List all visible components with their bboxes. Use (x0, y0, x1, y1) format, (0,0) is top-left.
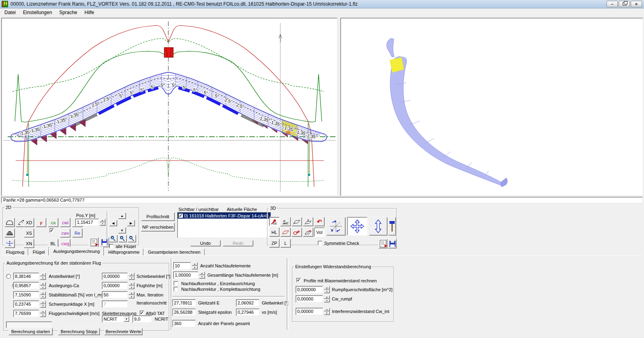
spinner-up-icon[interactable]: ▲ (128, 291, 135, 295)
cw-int-input[interactable] (296, 308, 323, 315)
panel-move-button[interactable] (303, 217, 313, 226)
dropdown-icon[interactable]: ▼ (124, 316, 129, 322)
pan-up-button[interactable]: ▲ (118, 213, 126, 219)
re-button[interactable]: Re (72, 228, 83, 238)
anstellwinkel-spinner[interactable]: ▲▼ (40, 273, 46, 280)
hl-button[interactable]: HL (269, 227, 280, 237)
schiebewinkel-input[interactable] (102, 273, 128, 280)
ncrit-combobox[interactable]: NCRIT ▼ (102, 315, 131, 323)
flughoehe-input[interactable] (102, 282, 128, 289)
spinner-down-icon[interactable]: ▼ (324, 311, 330, 315)
spinner-up-icon[interactable]: ▲ (40, 300, 46, 304)
tab-flugzeug[interactable]: Flugzeug (2, 248, 28, 256)
spinner-down-icon[interactable]: ▼ (40, 295, 46, 298)
spinner-up-icon[interactable]: ▲ (324, 286, 330, 290)
berechnete-werte-button[interactable]: Berechnete Werte (104, 328, 143, 335)
rumpfquerschnitt-input[interactable] (296, 286, 323, 293)
gesamtlaenge-input[interactable] (173, 271, 198, 279)
stabilitaetsmass-input[interactable] (13, 291, 39, 298)
max-iteration-spinner[interactable]: ▲▼ (128, 291, 135, 298)
menu-datei[interactable]: Datei (1, 9, 19, 16)
xs-button[interactable]: XS (24, 228, 34, 238)
spinner-down-icon[interactable]: ▼ (324, 290, 330, 293)
minimize-button[interactable]: – (607, 1, 618, 7)
restore-button[interactable] (619, 1, 630, 7)
spinner-up-icon[interactable]: ▲ (40, 273, 46, 276)
panels-gesamt-input[interactable] (172, 320, 196, 327)
anstellwinkel-input[interactable] (13, 273, 39, 280)
spinner-down-icon[interactable]: ▼ (40, 313, 46, 317)
flughoehe-spinner[interactable]: ▲▼ (128, 282, 135, 289)
schiebewinkel-spinner[interactable]: ▲▼ (128, 273, 135, 280)
pan-left-button[interactable]: ◀ (109, 220, 117, 226)
cw-int-spinner[interactable]: ▲▼ (324, 308, 330, 315)
spinner-up-icon[interactable]: ▲ (128, 273, 135, 276)
scale-z-button[interactable] (369, 217, 387, 236)
zoom-in-button[interactable]: + (109, 235, 118, 242)
ca-checkbox[interactable]: ✓ (50, 228, 54, 233)
spinner-up-icon[interactable]: ▲ (192, 262, 198, 266)
stabilitaetsmass-spinner[interactable]: ▲▼ (40, 291, 46, 298)
spinner-down-icon[interactable]: ▼ (99, 222, 106, 226)
copy-3d-button[interactable]: ➤ (379, 239, 387, 248)
alfa0-tat-checkbox[interactable]: ✓ (140, 311, 144, 315)
symmetrie-check-checkbox[interactable] (318, 241, 322, 245)
gesamtlaenge-spinner[interactable]: ▲▼ (199, 271, 205, 279)
fluggeschwindigkeit-input[interactable] (13, 310, 39, 317)
spinner-up-icon[interactable]: ▲ (40, 291, 46, 295)
spinner-down-icon[interactable]: ▼ (192, 266, 198, 269)
menu-hilfe[interactable]: Hilfe (81, 9, 98, 16)
rumpfquerschnitt-spinner[interactable]: ▲▼ (324, 286, 330, 293)
blasenwiderstand-checkbox[interactable]: ✓ (296, 278, 301, 282)
save-3d-button[interactable] (388, 239, 397, 248)
spinner-down-icon[interactable]: ▼ (199, 275, 205, 279)
berechnung-stopp-button[interactable]: Berechnung Stopp (58, 328, 100, 335)
surface-list-item[interactable]: ✓ 0) 161018 Halbhorten F3F-Dispar 14-cA=… (178, 213, 271, 219)
gleitzahl-input[interactable] (172, 299, 196, 307)
tab-gesamtpolaren[interactable]: Gesamtpolaren berechnen (144, 248, 204, 256)
gleitwinkel-input[interactable] (236, 299, 259, 307)
undo-3d-button[interactable]: ↶ (314, 217, 325, 226)
undo-button[interactable]: Undo (190, 240, 221, 246)
spinner-up-icon[interactable]: ▲ (324, 308, 330, 311)
cwi-button[interactable]: cwi (60, 218, 70, 227)
nachlauf-einzel-checkbox[interactable] (174, 281, 178, 286)
anzahl-nachlauf-spinner[interactable]: ▲▼ (192, 262, 198, 269)
panel-mesh-view-button[interactable] (4, 228, 15, 238)
wing-3d-view[interactable] (340, 18, 643, 196)
cwv-button[interactable]: cwv (60, 228, 70, 238)
spinner-down-icon[interactable]: ▼ (40, 304, 46, 308)
spinner-up-icon[interactable]: ▲ (128, 282, 135, 286)
spinner-up-icon[interactable]: ▲ (324, 295, 330, 299)
profilschnitt-button[interactable]: Profilschnitt (141, 212, 175, 221)
steigzahl-input[interactable] (172, 309, 196, 316)
tab-hilfsprogramme[interactable]: Hilfsprogramme (104, 248, 144, 256)
gamma-button[interactable]: γ (36, 218, 46, 227)
spinner-down-icon[interactable]: ▼ (128, 295, 135, 298)
rotate-3d-button[interactable] (326, 217, 346, 236)
spinner-up-icon[interactable]: ▲ (40, 282, 46, 286)
copy-2d-button[interactable]: ➤ (89, 237, 99, 247)
redo-button[interactable]: Redo (223, 240, 253, 246)
cw-rumpf-input[interactable] (296, 295, 323, 303)
spinner-down-icon[interactable]: ▼ (324, 299, 330, 303)
schwerpunktlage-input[interactable] (13, 300, 39, 308)
auslegungs-ca-spinner[interactable]: ▲▼ (40, 282, 46, 289)
radio-anstellwinkel[interactable] (6, 274, 11, 279)
menu-sprache[interactable]: Sprache (56, 9, 81, 16)
tab-fluegel[interactable]: Flügel (29, 248, 49, 256)
panel-flat-button[interactable] (292, 217, 302, 226)
l-button[interactable]: L (280, 239, 291, 248)
zoom-reset-button[interactable]: 1:1 (118, 235, 127, 242)
berechnung-starten-button[interactable]: Berechnung starten (8, 328, 53, 335)
close-button[interactable]: × (631, 1, 642, 7)
tab-auslegungsberechnung[interactable]: Auslegungsberechnung (49, 247, 104, 256)
xd-button[interactable]: XD (24, 218, 34, 227)
fluggeschwindigkeit-spinner[interactable]: ▲▼ (40, 310, 46, 317)
planform-2d-view[interactable]: -1,35°-1,35°-1,35°-1,35°-1,35°2,5°2,5°5°… (1, 18, 338, 196)
anzahl-nachlauf-input[interactable] (173, 262, 191, 269)
panel-arrow-button[interactable] (303, 227, 313, 237)
spinner-up-icon[interactable]: ▲ (99, 219, 106, 222)
zp-button[interactable]: ZP (269, 239, 280, 248)
spinner-down-icon[interactable]: ▼ (128, 286, 135, 289)
